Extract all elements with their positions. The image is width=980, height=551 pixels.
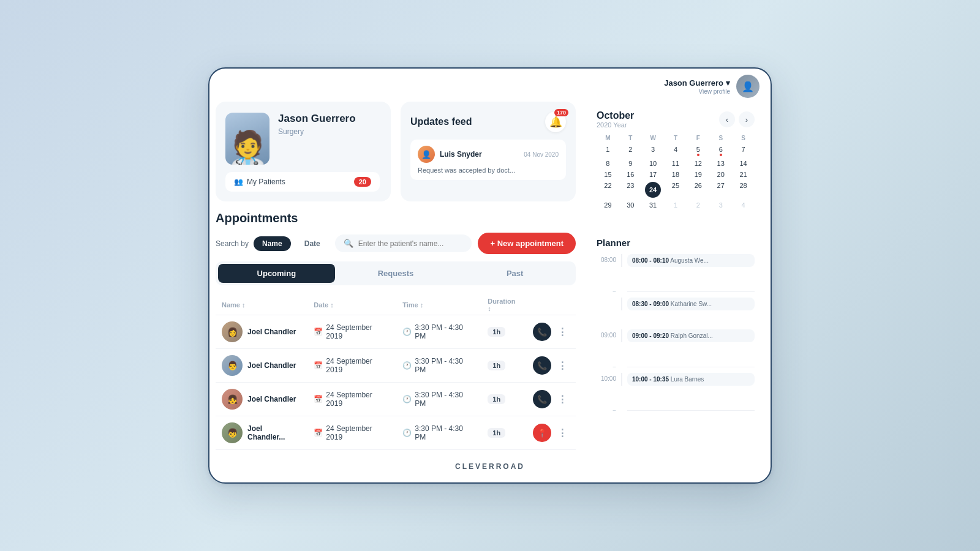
patient-avatar-3: 👦 (222, 422, 243, 443)
planner-events: 08:00 - 08:10 Augusta We... (621, 254, 755, 267)
tab-upcoming[interactable]: Upcoming (218, 264, 335, 283)
calendar-day[interactable]: 31 (642, 200, 665, 211)
feed-title: Updates feed (410, 116, 472, 127)
calendar-day[interactable]: 11 (665, 158, 687, 169)
planner-event[interactable]: 08:00 - 08:10 Augusta We... (627, 254, 755, 267)
actions-cell-1: 📞 ⋮ (527, 349, 576, 383)
patient-avatar-2: 👧 (222, 389, 243, 410)
time-cell-2: 🕐3:30 PM - 4:30 PM (396, 383, 481, 416)
planner-slot: 08:0008:00 - 08:10 Augusta We... (597, 254, 755, 286)
planner-event[interactable]: 10:00 - 10:35 Lura Barnes (627, 373, 755, 386)
calendar-day[interactable]: 8 (597, 158, 619, 169)
view-profile-label[interactable]: View profile (698, 88, 730, 95)
calendar-prev-button[interactable]: ‹ (719, 111, 735, 127)
calendar-day[interactable]: 18 (665, 169, 687, 180)
calendar-day[interactable]: 23 (619, 180, 642, 200)
calendar-day[interactable]: 4 (665, 144, 687, 158)
calendar-day[interactable]: 24 (642, 180, 665, 200)
calendar-nav: ‹ › (719, 111, 755, 127)
planner-event[interactable]: 08:30 - 09:00 Katharine Sw... (627, 298, 755, 310)
planner-gap: − (597, 361, 755, 373)
col-time: Time ↕ (396, 293, 481, 315)
feed-date: 04 Nov 2020 (524, 151, 559, 158)
calendar-day[interactable]: 6 (709, 144, 732, 158)
calendar-day[interactable]: 1 (665, 200, 687, 211)
feed-message: Request was accepted by doct... (418, 167, 559, 174)
calendar-icon: 📅 (314, 395, 323, 403)
calendar-day[interactable]: 7 (732, 144, 755, 158)
planner-slot: 09:0009:00 - 09:20 Ralph Gonzal... (597, 329, 755, 361)
calendar-day[interactable]: 5 (687, 144, 709, 158)
date-cell-3: 📅24 September 2019 (307, 416, 396, 450)
filter-date-button[interactable]: Date (296, 236, 329, 251)
appointments-table: Name ↕ Date ↕ Time ↕ Duration ↕ 👩 Joel C… (216, 293, 576, 450)
feed-user: 👤 Luis Snyder (418, 146, 482, 163)
location-button[interactable]: 📍 (533, 424, 551, 442)
search-input[interactable] (358, 239, 464, 248)
user-name-display[interactable]: Jason Guerrero ▾ (664, 78, 730, 88)
tab-requests[interactable]: Requests (337, 264, 454, 283)
calendar-day[interactable]: 27 (709, 180, 732, 200)
search-by-row: Search by Name Date (216, 236, 329, 251)
call-button[interactable]: 📞 (533, 323, 551, 341)
calendar-day[interactable]: 10 (642, 158, 665, 169)
filter-name-button[interactable]: Name (254, 236, 291, 251)
calendar-day[interactable]: 17 (642, 169, 665, 180)
table-row: 👦 Joel Chandler... 📅24 September 2019 🕐3… (216, 416, 576, 450)
planner-gap: − (597, 405, 755, 416)
calendar-day[interactable]: 28 (732, 180, 755, 200)
planner-title: Planner (597, 238, 755, 248)
calendar-day[interactable]: 15 (597, 169, 619, 180)
planner-event[interactable]: 09:00 - 09:20 Ralph Gonzal... (627, 329, 755, 342)
more-button-1[interactable]: ⋮ (555, 360, 570, 372)
calendar-day[interactable]: 14 (732, 158, 755, 169)
calendar-day[interactable]: 21 (732, 169, 755, 180)
calendar-day[interactable]: 25 (665, 180, 687, 200)
calendar-dow: M (597, 132, 619, 144)
call-button[interactable]: 📞 (533, 356, 551, 375)
calendar-next-button[interactable]: › (739, 111, 755, 127)
patient-avatar-0: 👩 (222, 321, 243, 342)
event-time: 08:30 - 09:00 (632, 301, 669, 307)
patients-row[interactable]: 👥 My Patients 20 (225, 172, 380, 192)
calendar-day[interactable]: 20 (709, 169, 732, 180)
calendar-day[interactable]: 4 (732, 200, 755, 211)
calendar-day[interactable]: 3 (642, 144, 665, 158)
clock-icon: 🕐 (402, 361, 412, 370)
search-filter-row: Search by Name Date 🔍 + New appointment (216, 233, 576, 254)
call-button[interactable]: 📞 (533, 390, 551, 408)
bell-icon-wrap[interactable]: 🔔 170 (545, 111, 566, 132)
calendar-day[interactable]: 22 (597, 180, 619, 200)
more-button-0[interactable]: ⋮ (555, 326, 570, 338)
calendar-day[interactable]: 19 (687, 169, 709, 180)
gap-line (627, 410, 755, 411)
calendar-day[interactable]: 16 (619, 169, 642, 180)
calendar-day[interactable]: 29 (597, 200, 619, 211)
avatar[interactable]: 👤 (736, 75, 760, 98)
more-button-3[interactable]: ⋮ (555, 427, 570, 439)
calendar-day[interactable]: 2 (687, 200, 709, 211)
calendar-day[interactable]: 1 (597, 144, 619, 158)
calendar-day[interactable]: 26 (687, 180, 709, 200)
calendar-dow: T (665, 132, 687, 144)
event-name: Ralph Gonzal... (671, 332, 713, 339)
col-name: Name ↕ (216, 293, 307, 315)
calendar-day[interactable]: 30 (619, 200, 642, 211)
patient-cell-2: 👧 Joel Chandler (216, 383, 307, 416)
calendar-day[interactable]: 9 (619, 158, 642, 169)
calendar-day[interactable]: 13 (709, 158, 732, 169)
event-name: Lura Barnes (671, 376, 704, 383)
feed-avatar: 👤 (418, 146, 435, 163)
planner-gap: − (597, 286, 755, 298)
planner-timeline: 08:0008:00 - 08:10 Augusta We...−08:30 -… (597, 254, 755, 416)
new-appointment-button[interactable]: + New appointment (478, 233, 576, 254)
notification-badge: 170 (554, 109, 568, 116)
tab-past[interactable]: Past (456, 264, 573, 283)
duration-cell-2: 1h (481, 383, 527, 416)
calendar-day[interactable]: 2 (619, 144, 642, 158)
more-button-2[interactable]: ⋮ (555, 394, 570, 405)
date-cell-0: 📅24 September 2019 (307, 315, 396, 349)
calendar-day[interactable]: 12 (687, 158, 709, 169)
duration-cell-0: 1h (481, 315, 527, 349)
calendar-day[interactable]: 3 (709, 200, 732, 211)
